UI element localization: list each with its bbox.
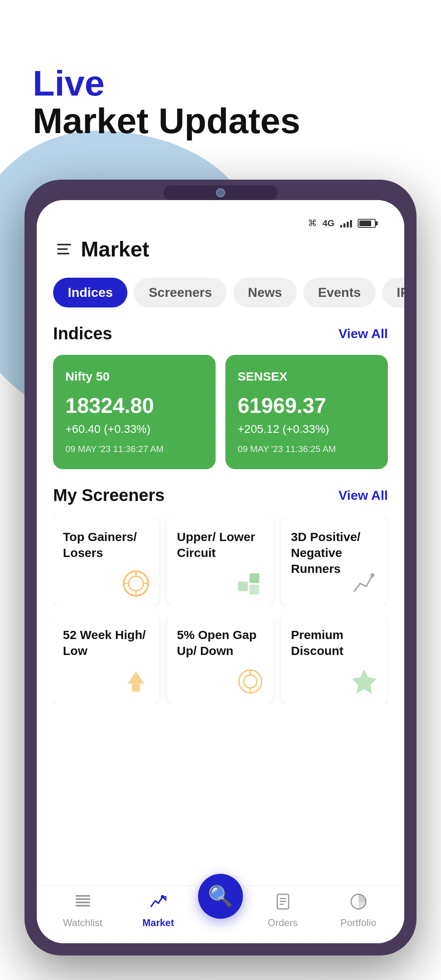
market-icon (149, 893, 167, 915)
svg-rect-23 (280, 901, 286, 902)
svg-point-1 (129, 576, 143, 591)
orders-label: Orders (268, 917, 298, 929)
hero-live-text: Live (33, 65, 300, 101)
main-scroll-area[interactable]: Indices View All Nifty 50 18324.80 +60.4… (37, 312, 404, 886)
hero-section: Live Market Updates (33, 65, 300, 141)
screener-card-top-gainers[interactable]: Top Gainers/ Losers (53, 517, 159, 606)
nav-market[interactable]: Market (120, 893, 196, 929)
screeners-row-2: 52 Week High/ Low 5% Open Gap Up/ Down (53, 615, 388, 704)
phone-shell: ⌘ 4G Market Indices Screeners (24, 180, 416, 956)
portfolio-icon (350, 893, 368, 915)
svg-rect-6 (238, 581, 248, 591)
watchlist-label: Watchlist (63, 917, 102, 929)
sensex-time: 09 MAY '23 11:36:25 AM (238, 444, 376, 454)
screeners-view-all[interactable]: View All (339, 488, 388, 503)
svg-rect-8 (249, 585, 259, 595)
nifty50-change: +60.40 (+0.33%) (65, 423, 203, 436)
screener-card-3d[interactable]: 3D Positive/ Negative Runners (281, 517, 387, 606)
screener-title-4: 5% Open Gap Up/ Down (177, 627, 263, 659)
nav-watchlist[interactable]: Watchlist (45, 893, 120, 929)
screeners-section-header: My Screeners View All (53, 486, 388, 505)
tab-news[interactable]: News (233, 278, 297, 307)
screener-card-circuit[interactable]: Upper/ Lower Circuit (167, 517, 273, 606)
sensex-name: SENSEX (238, 370, 376, 383)
screener-icon-1 (234, 567, 267, 600)
svg-rect-17 (76, 898, 90, 900)
tab-events[interactable]: Events (303, 278, 376, 307)
network-icon: 4G (323, 218, 334, 229)
screener-title-3: 52 Week High/ Low (63, 627, 149, 659)
screener-title-1: Upper/ Lower Circuit (177, 529, 263, 561)
svg-rect-24 (280, 904, 284, 905)
menu-button[interactable] (57, 244, 71, 254)
app-title: Market (81, 237, 149, 261)
front-camera (216, 188, 225, 197)
svg-rect-7 (249, 573, 259, 583)
fab-search-icon: 🔍 (208, 884, 233, 908)
bottom-spacer (53, 713, 388, 778)
indices-view-all[interactable]: View All (339, 326, 388, 341)
tab-indices[interactable]: Indices (53, 278, 127, 307)
sensex-change: +205.12 (+0.33%) (238, 423, 376, 436)
screener-card-gap[interactable]: 5% Open Gap Up/ Down (167, 615, 273, 704)
screeners-section-title: My Screeners (53, 486, 165, 505)
svg-rect-19 (76, 905, 90, 906)
app-header: ⌘ 4G Market (37, 200, 404, 274)
app-content: ⌘ 4G Market Indices Screeners (37, 200, 404, 943)
phone-screen: ⌘ 4G Market Indices Screeners (37, 200, 404, 943)
market-label: Market (143, 917, 174, 929)
screener-title-2: 3D Positive/ Negative Runners (291, 529, 377, 577)
tabs-bar: Indices Screeners News Events IPO (37, 274, 404, 312)
svg-marker-10 (128, 671, 144, 692)
svg-point-12 (244, 675, 257, 688)
screeners-row-1: Top Gainers/ Losers (53, 517, 388, 606)
orders-icon (274, 893, 292, 915)
nifty50-time: 09 MAY '23 11:36:27 AM (65, 444, 203, 454)
screener-icon-5 (348, 665, 381, 698)
svg-rect-22 (280, 898, 286, 899)
screener-icon-4 (234, 665, 267, 698)
sensex-card[interactable]: SENSEX 61969.37 +205.12 (+0.33%) 09 MAY … (225, 355, 388, 469)
hero-subtitle-text: Market Updates (33, 101, 300, 141)
svg-rect-18 (76, 902, 90, 903)
svg-marker-15 (352, 669, 376, 694)
screener-icon-3 (120, 665, 152, 698)
tab-ipo[interactable]: IPO (382, 278, 404, 307)
screener-title-0: Top Gainers/ Losers (63, 529, 149, 561)
nifty50-card[interactable]: Nifty 50 18324.80 +60.40 (+0.33%) 09 MAY… (53, 355, 216, 469)
nav-portfolio[interactable]: Portfolio (321, 893, 396, 929)
bluetooth-icon: ⌘ (308, 218, 317, 229)
tab-screeners[interactable]: Screeners (134, 278, 227, 307)
nifty50-value: 18324.80 (65, 393, 203, 418)
indices-section-title: Indices (53, 324, 112, 343)
sensex-value: 61969.37 (238, 393, 376, 418)
battery-icon (358, 219, 376, 228)
nav-orders[interactable]: Orders (245, 893, 321, 929)
watchlist-icon (74, 893, 92, 915)
screener-card-premium[interactable]: Premium Discount (281, 615, 387, 704)
signal-bars (340, 219, 352, 227)
screener-title-5: Premium Discount (291, 627, 377, 659)
phone-notch (163, 185, 278, 200)
screener-icon-0 (120, 567, 152, 600)
fab-search-button[interactable]: 🔍 (198, 874, 243, 919)
nifty50-name: Nifty 50 (65, 370, 203, 383)
svg-rect-16 (76, 895, 90, 897)
bottom-navigation: Watchlist Market (37, 886, 404, 943)
portfolio-label: Portfolio (340, 917, 376, 929)
indices-section-header: Indices View All (53, 324, 388, 343)
screener-card-52week[interactable]: 52 Week High/ Low (53, 615, 159, 704)
indices-cards-row: Nifty 50 18324.80 +60.40 (+0.33%) 09 MAY… (53, 355, 388, 469)
